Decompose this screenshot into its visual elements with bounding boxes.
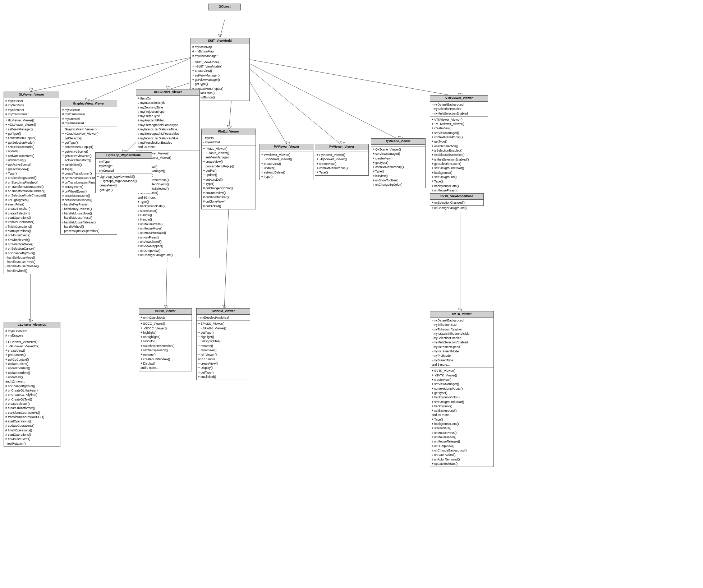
svtk-viewer-title: SVTK_Viewer (430, 311, 493, 318)
svg-marker-3 (29, 88, 33, 92)
svg-line-16 (248, 63, 400, 140)
qxscene-viewer-methods: + QxScene_Viewer() + setViewManager() + … (371, 147, 425, 188)
occviewer-viewer-attrs: + theIsOn # myInteractionStyle # myZoomi… (136, 96, 199, 151)
splot2d-viewer-methods: + SPlot2d_Viewer() + ~SPlot2d_Viewer() +… (197, 321, 250, 380)
lightapp-wgviewmodel-methods: + LightApp_WgViewModel() + ~LightApp_WgV… (96, 174, 152, 193)
qobject-box: QObject (208, 4, 241, 10)
svtk-viewmodelbase-methods: + onSelectionChanged() (430, 200, 483, 205)
pvviewer-viewer-methods: + PVViewer_Viewer() + ~PVViewer_Viewer()… (260, 152, 313, 180)
plot2d-viewer-box: Plot2d_Viewer - myPrs - myAutoDel + Plot… (201, 129, 256, 209)
svtk-viewmodelbase-box: SVTK_ViewModelBase + onSelectionChanged(… (430, 193, 484, 206)
svg-line-14 (244, 65, 342, 145)
pyviewer-viewer-methods: + PyViewer_Viewer() + ~PyViewer_Viewer()… (315, 152, 368, 176)
svg-line-26 (224, 201, 229, 309)
socc-viewer-box: SOCC_Viewer + entry2aisobjects + SOCC_Vi… (139, 308, 192, 371)
plot2d-viewer-methods: + Plot2d_Viewer() + ~Plot2d_Viewer() + s… (202, 146, 256, 209)
splot2d-viewer-box: SPlot2d_Viewer - myDeselectAnalytical + … (196, 308, 250, 380)
glviewer-viewer-methods: + GLViewer_Viewer() + ~GLViewer_Viewer()… (4, 117, 59, 274)
vtkviewer-viewer-attrs: - myDefaultBackground - mySelectionEnabl… (430, 102, 488, 117)
suit-viewmodel-title: SUIT_ViewModel (191, 38, 249, 44)
lightapp-wgviewmodel-attrs: - myType - myWidget - myCreated (96, 159, 152, 174)
graphicsview-viewer-attrs: # mySelector # myTransformer # myCreated… (61, 107, 117, 126)
glviewer-viewer-box: GLViewer_Viewer # mySelector # mySetMode… (4, 92, 59, 274)
qxscene-viewer-title: QxScene_Viewer (371, 139, 425, 145)
svg-line-18 (248, 59, 460, 97)
glviewer-viewer-attrs: # mySelector # mySetMode # mySketcher # … (4, 98, 59, 117)
glviewer-viewer2d-title: GLViewer_Viewer2d (4, 322, 60, 328)
splot2d-viewer-attrs: - myDeselectAnalytical (197, 315, 250, 321)
svg-line-2 (31, 57, 190, 92)
socc-viewer-title: SOCC_Viewer (139, 309, 192, 315)
splot2d-viewer-title: SPlot2d_Viewer (197, 309, 250, 315)
pyviewer-viewer-title: PyViewer_Viewer (315, 144, 368, 150)
svtk-viewer-methods: + SVTK_Viewer() + ~SVTK_Viewer() + creat… (430, 368, 493, 467)
glviewer-viewer2d-box: GLViewer_Viewer2d # myGLContext # myDraw… (4, 322, 60, 447)
diagram-container: QObject SUIT_ViewModel # myStateMap # my… (0, 0, 703, 588)
glviewer-viewer2d-methods: + GLViewer_Viewer2d() + ~GLViewer_Viewer… (4, 339, 60, 447)
pvviewer-viewer-box: PVViewer_Viewer + PVViewer_Viewer() + ~P… (259, 144, 313, 180)
connectors-svg (0, 0, 703, 588)
occviewer-viewer-title: OCCViewer_Viewer (136, 89, 199, 96)
svg-line-0 (220, 20, 225, 38)
pvviewer-viewer-title: PVViewer_Viewer (260, 144, 313, 150)
vtkviewer-viewer-title: VTKViewer_Viewer (430, 96, 488, 102)
suit-viewmodel-attrs: # myStateMap # myButtonMap # myViewManag… (191, 44, 249, 59)
plot2d-viewer-title: Plot2d_Viewer (202, 129, 256, 135)
svtk-viewer-box: SVTK_Viewer - myDefaultBackground - myTr… (430, 311, 494, 467)
qobject-title: QObject (209, 4, 240, 10)
svtk-viewmodelbase-title: SVTK_ViewModelBase (430, 194, 483, 200)
plot2d-viewer-attrs: - myPrs - myAutoDel (202, 135, 256, 146)
lightapp-wgviewmodel-title: LightApp_WgViewModel (96, 153, 152, 159)
svtk-viewer-attrs: - myDefaultBackground - myTrihedronSize … (430, 318, 493, 368)
glviewer-viewer2d-attrs: # myGLContext # myDrawers (4, 328, 60, 339)
svg-marker-1 (218, 34, 222, 38)
qxscene-viewer-box: QxScene_Viewer + QxScene_Viewer() + setV… (371, 138, 426, 188)
glviewer-viewer-title: GLViewer_Viewer (4, 92, 59, 98)
socc-viewer-attrs: + entry2aisobjects (139, 315, 192, 321)
pyviewer-viewer-box: PyViewer_Viewer + PyViewer_Viewer() + ~P… (315, 144, 369, 176)
lightapp-wgviewmodel-box: LightApp_WgViewModel - myType - myWidget… (95, 152, 152, 193)
graphicsview-viewer-title: GraphicsView_Viewer (61, 101, 117, 107)
socc-viewer-methods: + SOCC_Viewer() + ~SOCC_Viewer() + highl… (139, 321, 192, 371)
